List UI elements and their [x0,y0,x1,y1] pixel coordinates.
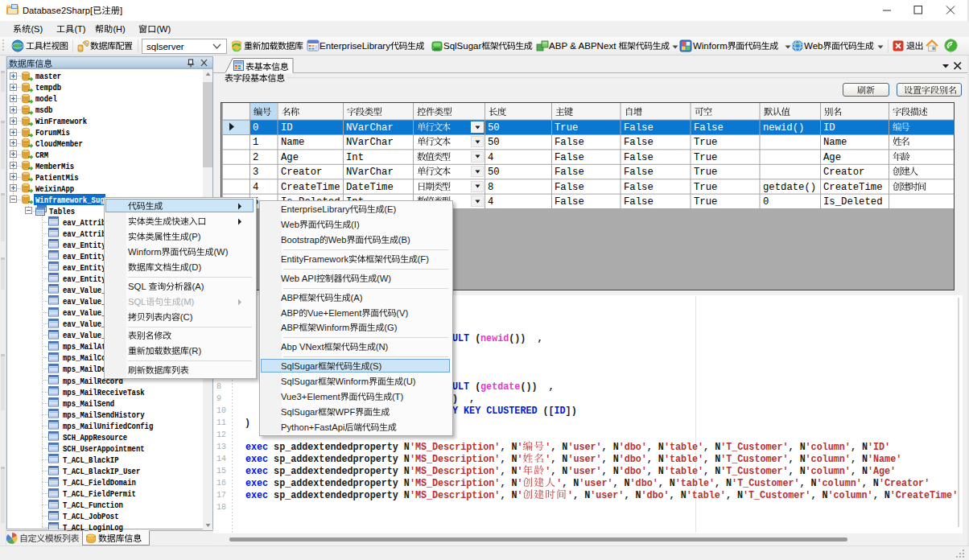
svg-text:Winframework_Sug: Winframework_Sug [35,196,105,205]
svg-text:17: 17 [216,490,226,500]
svg-text:Vue+Element: Vue+Element [307,308,361,318]
svg-text:0: 0 [763,196,769,208]
svg-text:True: True [694,167,717,178]
svg-text:4: 4 [488,152,493,163]
svg-text:N: N [398,442,410,453]
svg-text:mps_MailUnifiedConfig: mps_MailUnifiedConfig [63,422,153,431]
svg-text:'Age': 'Age' [868,466,896,477]
svg-text:(R): (R) [188,346,201,356]
svg-text:, N: , N [573,490,590,501]
svg-text:True: True [694,182,717,193]
svg-text:Tables: Tables [49,207,75,216]
svg-text:T_ACL_LoginLog: T_ACL_LoginLog [63,523,123,533]
svg-text:Age: Age [823,152,841,163]
svg-text:NVarChar: NVarChar [346,167,394,178]
svg-text:'Name': 'Name' [868,454,901,465]
svg-text:False: False [555,137,584,148]
svg-text:Winform: Winform [128,247,162,257]
svg-text:ULT: ULT [452,381,469,393]
svg-text:, N: , N [602,466,619,477]
svg-text:'T_Customer': 'T_Customer' [732,478,799,489]
svg-text:(V): (V) [397,308,409,318]
svg-text:Winform: Winform [336,377,369,386]
svg-text:'Creator': 'Creator' [879,478,930,489]
svg-text:T_ACL_FieldDomain: T_ACL_FieldDomain [63,478,136,488]
svg-text:getdate: getdate [480,381,520,393]
svg-text:True: True [555,122,578,134]
svg-text:14: 14 [216,454,226,463]
svg-text:'table': 'table' [687,490,726,501]
svg-text:(P): (P) [188,232,200,241]
svg-text:'user': 'user' [568,442,602,453]
svg-text:'T_Customer': 'T_Customer' [720,442,788,453]
svg-text:(F): (F) [418,254,429,264]
svg-text:'column': 'column' [817,478,862,489]
svg-text:18: 18 [216,502,226,512]
svg-text:Bootstrap: Bootstrap [281,235,320,245]
svg-text:'CreateTime': 'CreateTime' [890,490,958,501]
svg-text:'column': 'column' [828,490,873,501]
svg-text:newid: newid [480,333,509,344]
svg-text:WPF: WPF [336,407,356,417]
svg-text:exec: exec [245,478,268,489]
svg-text:False: False [555,152,584,163]
svg-text:16: 16 [216,478,226,488]
svg-text:MemberMis: MemberMis [35,162,74,171]
svg-text:50: 50 [488,167,500,178]
svg-text:'MS_Description': 'MS_Description' [410,490,501,501]
svg-text:SqlSugar: SqlSugar [281,361,318,371]
svg-text:, N: , N [703,466,720,477]
svg-text:'T_Customer': 'T_Customer' [720,466,788,477]
svg-text:(W): (W) [156,24,171,34]
svg-text:False: False [624,152,654,163]
svg-text:'column': 'column' [806,442,851,453]
svg-text:Age: Age [281,152,299,163]
svg-text:False: False [555,196,584,208]
svg-text:'T_Customer': 'T_Customer' [743,490,810,501]
svg-text:getdate(): getdate() [763,182,816,193]
svg-text:Python+FastApi: Python+FastApi [281,422,344,432]
svg-text:Int: Int [346,152,364,163]
svg-text:, N: , N [501,442,517,453]
svg-text:'table': 'table' [664,466,703,477]
svg-text:WinFramework: WinFramework [35,117,88,126]
svg-text:DateTime: DateTime [346,182,394,193]
svg-text:'column': 'column' [806,466,851,477]
svg-text:newid(): newid() [763,122,804,134]
svg-text:EnterpriseLibrary: EnterpriseLibrary [320,41,391,51]
svg-text:, N: , N [670,490,687,501]
svg-text:'MS_Description': 'MS_Description' [410,478,501,489]
svg-text:12: 12 [216,430,226,439]
svg-text:T_ACL_FieldPermit: T_ACL_FieldPermit [63,489,136,499]
svg-text:sqlserver: sqlserver [146,42,184,51]
svg-text:Web: Web [328,235,347,245]
svg-text:, N: , N [550,454,567,465]
svg-text:([: ([ [538,406,555,417]
svg-text:True: True [694,137,717,148]
svg-text:Vue3+Element: Vue3+Element [281,392,340,401]
svg-text:(S): (S) [370,361,382,371]
svg-text:, N: , N [800,478,817,489]
svg-text:50: 50 [488,137,500,148]
svg-text:(W): (W) [213,247,228,257]
svg-text:Web: Web [804,41,823,51]
svg-text:False: False [624,122,654,134]
svg-text:, N: , N [789,466,806,477]
svg-text:'dbo': 'dbo' [619,466,647,477]
svg-text:False: False [555,167,584,178]
svg-text:ABP: ABP [281,308,299,318]
svg-text:eav_Entity: eav_Entity [63,241,106,250]
svg-text:, N: , N [602,442,619,453]
svg-text:(B): (B) [398,235,410,245]
svg-text:exec: exec [245,454,268,465]
svg-text:, N: , N [602,454,619,465]
svg-text:False: False [624,137,654,148]
svg-text:': ' [545,466,550,477]
svg-text:(A): (A) [192,282,204,291]
svg-text:SqlSugar: SqlSugar [281,407,318,417]
svg-text:0: 0 [253,122,258,134]
svg-text:': ' [517,478,523,489]
svg-text:False: False [624,196,654,208]
svg-text:(S): (S) [31,24,43,34]
svg-text:11: 11 [216,418,226,427]
